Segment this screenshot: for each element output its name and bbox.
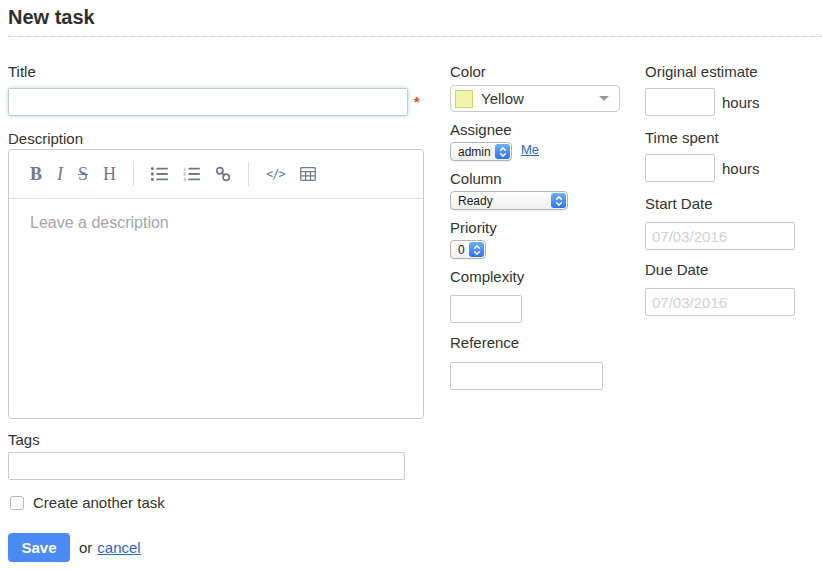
time-spent-label: Time spent	[645, 129, 822, 146]
due-date-label: Due Date	[645, 261, 822, 278]
svg-text:1: 1	[183, 167, 186, 172]
color-select[interactable]: Yellow	[450, 85, 620, 112]
tags-label: Tags	[8, 431, 425, 448]
reference-input[interactable]	[450, 362, 603, 390]
cancel-link[interactable]: cancel	[97, 539, 140, 556]
page-title: New task	[8, 6, 822, 37]
column-label: Column	[450, 170, 650, 187]
original-estimate-row: hours	[645, 88, 822, 116]
chevron-down-icon	[599, 96, 609, 101]
column-select[interactable]: Ready	[450, 191, 568, 210]
priority-label: Priority	[450, 219, 650, 236]
assign-to-me-link[interactable]: Me	[521, 142, 539, 157]
new-task-page: New task Title * Description B I S H	[0, 0, 822, 569]
italic-icon[interactable]: I	[57, 165, 63, 183]
color-label: Color	[450, 63, 650, 80]
unordered-list-icon[interactable]	[151, 167, 168, 181]
create-another-row: Create another task	[8, 494, 425, 511]
code-icon[interactable]: </>	[266, 167, 285, 181]
description-toolbar: B I S H 1 2 3	[9, 150, 423, 199]
select-spinner-icon	[469, 242, 484, 257]
svg-text:3: 3	[183, 177, 186, 181]
reference-label: Reference	[450, 334, 650, 351]
table-icon[interactable]	[300, 167, 316, 181]
start-date-label: Start Date	[645, 195, 822, 212]
ordered-list-icon[interactable]: 1 2 3	[183, 167, 200, 181]
select-spinner-icon	[551, 193, 566, 208]
start-date-input[interactable]	[645, 222, 795, 250]
assignee-selected-value: admin	[451, 145, 494, 159]
select-spinner-icon	[495, 144, 510, 159]
description-textarea[interactable]	[9, 199, 423, 418]
title-label: Title	[8, 63, 425, 80]
save-button[interactable]: Save	[8, 533, 70, 562]
link-icon[interactable]	[215, 166, 231, 182]
hours-suffix: hours	[722, 160, 760, 177]
create-another-label: Create another task	[33, 494, 165, 511]
bold-icon[interactable]: B	[30, 165, 42, 183]
middle-column: Color Yellow Assignee admin Me Column Re…	[450, 56, 650, 390]
description-body	[9, 199, 423, 418]
complexity-input[interactable]	[450, 295, 522, 323]
or-text: or	[79, 539, 92, 556]
right-column: Original estimate hours Time spent hours…	[645, 56, 822, 316]
column-selected-value: Ready	[451, 194, 550, 208]
left-column: Title * Description B I S H	[8, 56, 425, 562]
time-spent-input[interactable]	[645, 154, 715, 182]
heading-icon[interactable]: H	[103, 165, 116, 183]
strikethrough-icon[interactable]: S	[78, 165, 88, 183]
assignee-row: admin Me	[450, 138, 650, 161]
title-input[interactable]	[8, 88, 408, 116]
original-estimate-input[interactable]	[645, 88, 715, 116]
complexity-label: Complexity	[450, 268, 650, 285]
description-label: Description	[8, 130, 425, 147]
color-selected-value: Yellow	[481, 90, 524, 107]
toolbar-divider	[133, 162, 134, 186]
save-row: Save or cancel	[8, 533, 425, 562]
tags-input[interactable]	[8, 452, 405, 480]
assignee-select[interactable]: admin	[450, 142, 512, 161]
toolbar-divider	[248, 162, 249, 186]
assignee-label: Assignee	[450, 121, 650, 138]
color-swatch-yellow	[455, 90, 473, 108]
time-spent-row: hours	[645, 154, 822, 182]
priority-select[interactable]: 0	[450, 240, 486, 259]
hours-suffix: hours	[722, 94, 760, 111]
description-editor: B I S H 1 2 3	[8, 149, 424, 419]
original-estimate-label: Original estimate	[645, 63, 822, 80]
due-date-input[interactable]	[645, 288, 795, 316]
title-row: *	[8, 88, 425, 116]
required-asterisk: *	[414, 94, 419, 110]
priority-selected-value: 0	[451, 243, 468, 257]
create-another-checkbox[interactable]	[10, 496, 24, 510]
